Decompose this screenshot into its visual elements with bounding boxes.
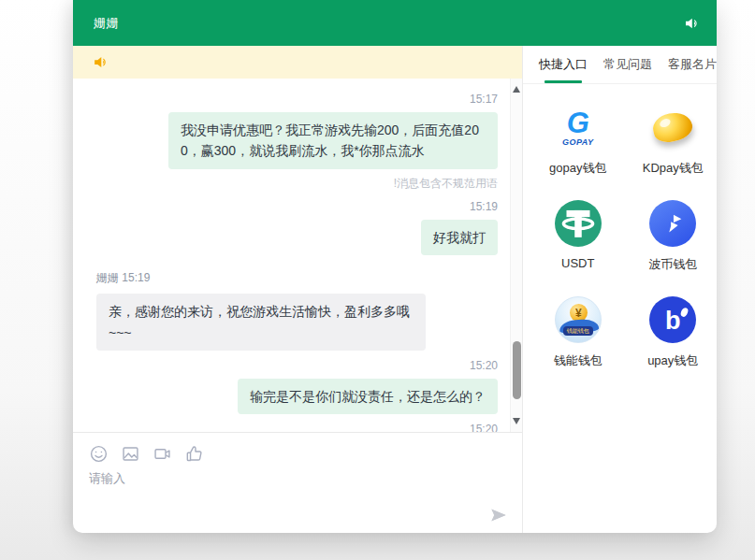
message-row: 亲，感谢您的来访，祝您游戏生活愉快，盈利多多哦~~~: [96, 294, 498, 351]
emoji-icon[interactable]: [89, 444, 109, 464]
incoming-message-bubble: 亲，感谢您的来访，祝您游戏生活愉快，盈利多多哦~~~: [96, 294, 426, 351]
tab-faq[interactable]: 常见问题: [603, 46, 652, 83]
like-icon[interactable]: [184, 444, 204, 464]
message-row: 好我就打: [96, 220, 498, 255]
wallet-item-qianneng[interactable]: ¥钱能钱包钱能钱包: [530, 295, 626, 369]
scroll-down-arrow-icon[interactable]: [513, 418, 520, 424]
gopay-g-mark: G: [567, 108, 589, 137]
wallet-item-bocoin[interactable]: 波币钱包: [626, 199, 718, 273]
speaker-icon[interactable]: [683, 15, 700, 32]
gopay-wordmark: GOPAY: [562, 138, 594, 147]
qianneng-mark: ¥钱能钱包: [555, 296, 602, 343]
wallet-label: 波币钱包: [648, 256, 697, 273]
upay-logo: b: [648, 295, 697, 344]
wallet-label: KDpay钱包: [643, 160, 704, 177]
message-row: 我没申请优惠吧？我正常游戏先输200，后面充值200，赢300，就说我刷流水，我…: [96, 112, 498, 169]
message-row: 输完是不是你们就没责任，还是怎么的？: [96, 379, 498, 414]
tab-quick-entry[interactable]: 快捷入口: [539, 46, 588, 83]
chat-column: 15:17我没申请优惠吧？我正常游戏先输200，后面充值200，赢300，就说我…: [73, 46, 522, 533]
composer: [73, 432, 522, 533]
bocoin-logo: [648, 199, 697, 248]
kdpay-gold-bean: [651, 109, 695, 145]
qianneng-badge-text: 钱能钱包: [563, 326, 593, 336]
agent-title: 姗姗: [94, 15, 119, 32]
qianneng-logo: ¥钱能钱包: [554, 295, 603, 344]
wallet-label: upay钱包: [647, 352, 698, 369]
wallet-item-upay[interactable]: bupay钱包: [626, 295, 718, 369]
wallet-label: gopay钱包: [549, 160, 606, 177]
wallet-item-gopay[interactable]: GGOPAYgopay钱包: [530, 103, 626, 177]
outgoing-message-bubble: 我没申请优惠吧？我正常游戏先输200，后面充值200，赢300，就说我刷流水，我…: [168, 112, 498, 169]
wallet-grid: GGOPAYgopay钱包KDpay钱包USDT波币钱包¥钱能钱包钱能钱包bup…: [523, 84, 717, 369]
chat-window: 姗姗 15:17我没申请优惠吧？我正常游戏先输200，后面充值200，赢300，…: [73, 0, 717, 533]
timestamp: 15:20: [96, 359, 498, 372]
upay-mark: b: [649, 296, 696, 343]
message-input[interactable]: [89, 470, 482, 515]
scrollbar-track[interactable]: [510, 79, 522, 432]
message-history: 15:17我没申请优惠吧？我正常游戏先输200，后面充值200，赢300，就说我…: [73, 79, 522, 432]
scrollbar-thumb[interactable]: [513, 341, 521, 399]
usdt-tether-mark: [555, 200, 602, 247]
outgoing-message-bubble: 好我就打: [421, 220, 498, 255]
gopay-logo: GGOPAY: [554, 103, 603, 151]
video-icon[interactable]: [152, 444, 172, 464]
window-header: 姗姗: [73, 0, 717, 46]
warning-text: !消息包含不规范用语: [96, 176, 498, 192]
upay-leaf-dot: [679, 307, 689, 318]
send-icon[interactable]: [488, 505, 509, 525]
timestamp: 15:19: [96, 200, 498, 213]
outgoing-message-bubble: 输完是不是你们就没责任，还是怎么的？: [238, 379, 498, 414]
bocoin-mark: [649, 200, 696, 247]
usdt-tether-logo: [554, 199, 603, 248]
image-icon[interactable]: [121, 444, 140, 464]
scroll-up-arrow-icon[interactable]: [513, 86, 520, 93]
tab-agent-card[interactable]: 客服名片: [668, 46, 717, 83]
wallet-label: USDT: [561, 256, 594, 270]
wallet-item-kdpay[interactable]: KDpay钱包: [626, 103, 718, 177]
timestamp: 15:17: [96, 93, 498, 106]
timestamp: 15:20: [96, 423, 498, 432]
sidebar-panel: 快捷入口常见问题客服名片 GGOPAYgopay钱包KDpay钱包USDT波币钱…: [522, 46, 717, 533]
wallet-label: 钱能钱包: [554, 352, 603, 369]
kdpay-bean-logo: [648, 103, 697, 151]
agent-name-label: 姗姗 15:19: [96, 270, 498, 286]
announcement-speaker-icon: [92, 53, 109, 71]
wallet-item-usdt-tether[interactable]: USDT: [530, 199, 626, 273]
announcement-bar: [73, 46, 522, 79]
sidebar-tabs: 快捷入口常见问题客服名片: [523, 46, 717, 84]
